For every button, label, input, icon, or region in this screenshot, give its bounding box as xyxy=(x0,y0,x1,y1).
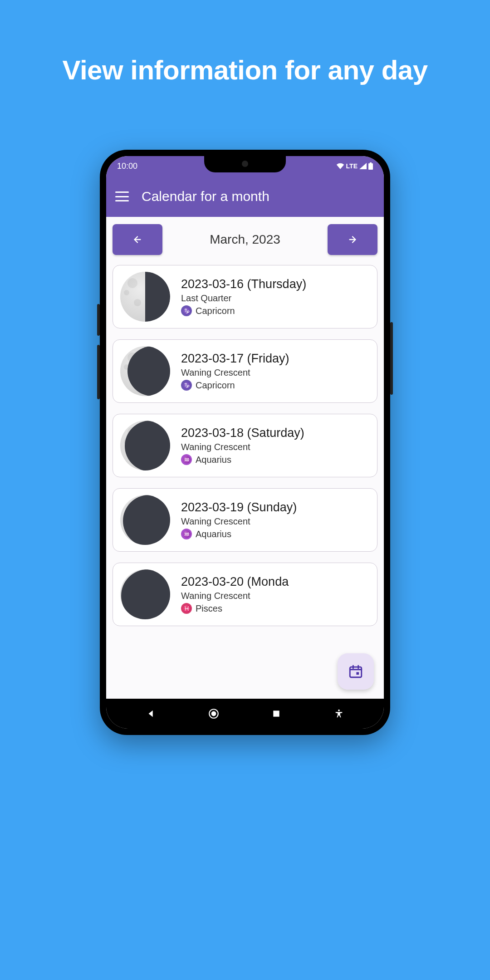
svg-point-12 xyxy=(338,710,340,711)
day-card[interactable]: 2023-03-20 (MondaWaning Crescent♓Pisces xyxy=(113,563,377,626)
day-phase: Last Quarter xyxy=(181,293,306,304)
day-zodiac: ♓Pisces xyxy=(181,603,289,614)
day-zodiac: ♑Capricorn xyxy=(181,380,289,391)
zodiac-name: Aquarius xyxy=(196,529,231,539)
day-card[interactable]: 2023-03-16 (Thursday)Last Quarter♑Capric… xyxy=(113,265,377,328)
system-nav-bar xyxy=(106,699,384,729)
svg-rect-4 xyxy=(350,667,362,677)
day-info: 2023-03-20 (MondaWaning Crescent♓Pisces xyxy=(181,575,289,614)
cell-signal-icon xyxy=(359,163,367,169)
network-label: LTE xyxy=(346,162,358,170)
day-date: 2023-03-17 (Friday) xyxy=(181,352,289,366)
hero-headline: View information for any day xyxy=(0,0,490,86)
day-info: 2023-03-16 (Thursday)Last Quarter♑Capric… xyxy=(181,277,306,316)
day-zodiac: ♑Capricorn xyxy=(181,305,306,316)
zodiac-name: Aquarius xyxy=(196,455,231,465)
phone-notch xyxy=(204,156,286,172)
system-back-button[interactable] xyxy=(140,709,162,719)
system-home-button[interactable] xyxy=(202,708,225,720)
day-card[interactable]: 2023-03-17 (Friday)Waning Crescent♑Capri… xyxy=(113,339,377,403)
day-date: 2023-03-18 (Saturday) xyxy=(181,426,304,440)
zodiac-icon: ♒ xyxy=(181,454,192,465)
month-label: March, 2023 xyxy=(210,232,280,247)
status-time: 10:00 xyxy=(117,162,137,171)
phone-screen: 10:00 LTE Calendar for a month xyxy=(106,156,384,729)
svg-rect-0 xyxy=(368,163,373,170)
day-info: 2023-03-18 (Saturday)Waning Crescent♒Aqu… xyxy=(181,426,304,465)
day-date: 2023-03-20 (Monda xyxy=(181,575,289,589)
day-zodiac: ♒Aquarius xyxy=(181,529,297,539)
system-recents-button[interactable] xyxy=(265,709,288,718)
zodiac-name: Capricorn xyxy=(196,380,235,391)
calendar-fab-button[interactable] xyxy=(338,653,374,690)
hamburger-menu-icon[interactable] xyxy=(115,191,129,201)
day-card[interactable]: 2023-03-18 (Saturday)Waning Crescent♒Aqu… xyxy=(113,414,377,477)
zodiac-icon: ♓ xyxy=(181,603,192,614)
day-date: 2023-03-19 (Sunday) xyxy=(181,500,297,514)
moon-phase-icon xyxy=(120,346,170,396)
svg-point-10 xyxy=(211,711,216,716)
moon-phase-icon xyxy=(120,569,170,619)
day-zodiac: ♒Aquarius xyxy=(181,454,304,465)
days-list: 2023-03-16 (Thursday)Last Quarter♑Capric… xyxy=(113,265,377,626)
battery-icon xyxy=(368,162,373,170)
content-area: March, 2023 2023-03-16 (Thursday)Last Qu… xyxy=(106,217,384,699)
day-phase: Waning Crescent xyxy=(181,591,289,601)
next-month-button[interactable] xyxy=(328,224,377,255)
day-info: 2023-03-19 (Sunday)Waning Crescent♒Aquar… xyxy=(181,500,297,539)
prev-month-button[interactable] xyxy=(113,224,162,255)
zodiac-icon: ♑ xyxy=(181,305,192,316)
app-bar-title: Calendar for a month xyxy=(142,189,270,204)
zodiac-name: Pisces xyxy=(196,603,222,614)
zodiac-icon: ♑ xyxy=(181,380,192,391)
day-phase: Waning Crescent xyxy=(181,516,297,527)
moon-phase-icon xyxy=(120,495,170,545)
zodiac-name: Capricorn xyxy=(196,306,235,316)
day-card[interactable]: 2023-03-19 (Sunday)Waning Crescent♒Aquar… xyxy=(113,488,377,552)
day-phase: Waning Crescent xyxy=(181,442,304,452)
moon-phase-icon xyxy=(120,272,170,322)
svg-rect-11 xyxy=(273,710,279,716)
phone-frame: 10:00 LTE Calendar for a month xyxy=(100,150,390,735)
day-phase: Waning Crescent xyxy=(181,368,289,378)
system-accessibility-button[interactable] xyxy=(328,709,350,719)
zodiac-icon: ♒ xyxy=(181,529,192,539)
svg-rect-1 xyxy=(370,162,372,163)
month-navigator: March, 2023 xyxy=(113,224,377,255)
wifi-icon xyxy=(336,163,344,169)
app-bar: Calendar for a month xyxy=(106,176,384,217)
day-info: 2023-03-17 (Friday)Waning Crescent♑Capri… xyxy=(181,352,289,391)
svg-rect-8 xyxy=(356,672,359,675)
day-date: 2023-03-16 (Thursday) xyxy=(181,277,306,291)
moon-phase-icon xyxy=(120,421,170,470)
